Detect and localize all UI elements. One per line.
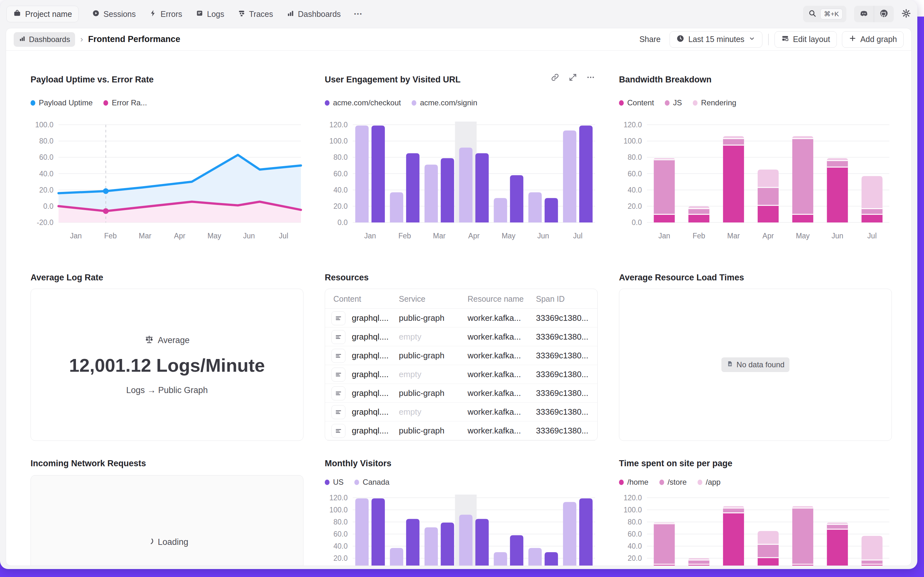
nav-item-logs[interactable]: Logs [196,9,224,19]
legend-item: /app [697,478,721,487]
cell-content: graphql.... [352,327,389,346]
discord-button[interactable] [854,6,874,22]
play-circle-icon [92,9,100,19]
nav-item-errors[interactable]: Errors [149,9,182,19]
metric-value: 12,001.12 Logs/Minute [69,355,265,376]
timespent-chart[interactable]: 120.0100.080.060.040.020.00.0JanFebMarAp… [619,492,892,566]
column-header[interactable]: Span ID [536,289,564,309]
search-button[interactable]: ⌘+K [803,6,846,22]
nav-item-sessions[interactable]: Sessions [92,9,135,19]
column-header[interactable]: Service [399,289,425,309]
svg-text:40.0: 40.0 [333,186,348,194]
legend-item: acme.com/signin [411,98,477,107]
cell-resource: worker.kafka... [468,346,521,365]
cell-content: graphql.... [352,346,389,365]
log-lines-icon [331,367,345,382]
cell-service: empty [399,365,421,384]
log-lines-icon [331,405,345,419]
svg-text:Mar: Mar [727,232,740,240]
table-row[interactable]: graphql....public-graphworker.kafka...33… [325,421,597,440]
table-row[interactable]: graphql....public-graphworker.kafka...33… [325,384,597,403]
table-row[interactable]: graphql....emptyworker.kafka...33369c138… [325,365,597,384]
time-range-button[interactable]: Last 15 minutes [670,31,763,48]
svg-text:Jul: Jul [868,232,877,240]
cell-resource: worker.kafka... [468,403,521,421]
cell-content: graphql.... [352,403,389,421]
svg-text:Jul: Jul [573,232,582,240]
community-buttons [854,6,894,22]
svg-text:Apr: Apr [762,232,774,240]
share-button[interactable]: Share [639,35,660,44]
svg-text:May: May [796,232,810,240]
nav-overflow-button[interactable]: ••• [354,11,363,17]
visitors-chart[interactable]: 120.0100.080.060.040.020.00.0JanFebMarAp… [325,492,598,566]
svg-text:100.0: 100.0 [329,506,348,514]
cell-service: public-graph [399,309,444,327]
table-row[interactable]: graphql....emptyworker.kafka...33369c138… [325,327,597,346]
table-row[interactable]: graphql....emptyworker.kafka...33369c138… [325,403,597,421]
chart-legend: Payload UptimeError Ra... [31,98,147,107]
svg-text:Feb: Feb [398,232,411,240]
edit-layout-button[interactable]: Edit layout [775,31,837,48]
svg-text:100.0: 100.0 [623,137,642,145]
copy-link-button[interactable] [551,73,559,83]
chart-legend: ContentJSRendering [619,98,736,107]
svg-text:120.0: 120.0 [329,121,348,129]
table-row[interactable]: graphql....public-graphworker.kafka...33… [325,309,597,327]
no-data-badge: No data found [722,358,790,372]
log-box-icon [196,9,204,19]
cell-span-id: 33369c1380... [536,403,588,421]
ellipsis-icon: ••• [354,11,363,17]
cell-service: empty [399,327,421,346]
svg-text:20.0: 20.0 [628,202,642,210]
engagement-chart[interactable]: 120.0100.080.060.040.020.00.0JanFebMarAp… [325,117,598,254]
cell-span-id: 33369c1380... [536,421,588,440]
svg-text:120.0: 120.0 [329,493,348,502]
expand-icon [568,73,577,83]
github-button[interactable] [874,6,894,22]
column-header[interactable]: Resource name [468,289,524,309]
project-selector[interactable]: Project name [6,6,79,22]
nav-item-traces[interactable]: Traces [238,9,273,19]
cell-content: graphql.... [352,309,389,327]
nav-item-dashboards[interactable]: Dashboards [287,9,341,19]
legend-item: Content [619,98,654,107]
spinner-icon [146,537,154,547]
lightning-icon [149,9,157,19]
svg-text:Jun: Jun [831,232,843,240]
bandwidth-chart[interactable]: 120.0100.080.060.040.020.00.0JanFebMarAp… [619,117,892,254]
svg-text:Jun: Jun [537,232,549,240]
settings-button[interactable] [902,9,911,19]
gear-icon [902,9,911,19]
svg-text:100.0: 100.0 [329,137,348,145]
column-header[interactable]: Content [333,289,362,309]
svg-text:100.0: 100.0 [35,121,53,129]
panel-title-resources: Resources [325,273,369,283]
cell-content: graphql.... [352,365,389,384]
bar-chart-icon [287,9,294,19]
discord-icon [859,9,869,19]
layout-icon [781,34,789,44]
page-header: Dashboards › Frontend Performance Share … [6,28,911,51]
chevron-right-icon: › [80,34,83,44]
svg-text:Feb: Feb [693,232,705,240]
svg-text:0.0: 0.0 [43,202,53,210]
panel-title-uptime: Payload Uptime vs. Error Rate [31,75,154,85]
panel-title-visitors: Monthly Visitors [325,459,392,469]
cell-service: public-graph [399,384,444,403]
expand-button[interactable] [568,73,577,83]
resources-table-body: graphql....public-graphworker.kafka...33… [325,309,597,440]
add-graph-button[interactable]: Add graph [842,31,904,48]
table-header: Content Service Resource name Span ID [325,289,597,309]
more-options-button[interactable] [586,73,595,83]
uptime-chart[interactable]: 100.080.060.040.020.00.0-20.0JanFebMarAp… [31,117,304,254]
project-name-label: Project name [25,10,72,19]
search-shortcut: ⌘+K [820,9,842,19]
cell-resource: worker.kafka... [468,309,521,327]
breadcrumb-dashboards[interactable]: Dashboards [14,32,75,47]
table-row[interactable]: graphql....public-graphworker.kafka...33… [325,346,597,365]
svg-text:60.0: 60.0 [628,530,642,538]
loading-indicator: Loading [146,537,188,547]
legend-item: Payload Uptime [31,98,93,107]
panel-title-loadtimes: Average Resource Load Times [619,273,744,283]
